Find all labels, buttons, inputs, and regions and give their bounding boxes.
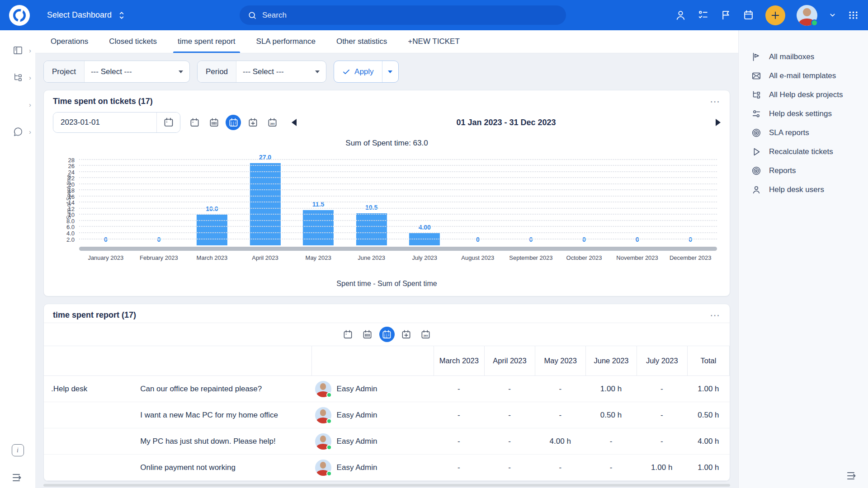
tab-new-ticket[interactable]: +NEW TICKET bbox=[407, 30, 460, 53]
date-input[interactable] bbox=[53, 113, 156, 132]
create-new-button[interactable] bbox=[765, 5, 785, 25]
col-may[interactable]: May 2023 bbox=[535, 346, 585, 375]
sidebar-item-tree[interactable]: › bbox=[0, 64, 35, 91]
calendar-day-icon[interactable] bbox=[340, 327, 356, 342]
sidebar-item-all-mailboxes[interactable]: All mailboxes bbox=[739, 47, 868, 66]
subject-cell[interactable]: Can our office be repainted please? bbox=[133, 385, 311, 394]
reports-target-icon bbox=[751, 166, 761, 176]
apply-options-button[interactable] bbox=[382, 61, 398, 82]
x-axis-label: January 2023 bbox=[79, 254, 132, 261]
tab-time-spent-report[interactable]: time spent report bbox=[177, 30, 236, 53]
avatar bbox=[315, 433, 331, 450]
calendar-month-icon[interactable] bbox=[379, 327, 395, 342]
sidebar-item-help-desk-settings[interactable]: Help desk settings bbox=[739, 104, 868, 123]
value-cell: - bbox=[434, 411, 484, 420]
calendar-week-icon[interactable] bbox=[206, 115, 222, 130]
subject-cell[interactable]: I want a new Mac PC for my home office bbox=[133, 411, 311, 420]
value-cell: - bbox=[484, 437, 535, 446]
table-row[interactable]: I want a new Mac PC for my home office E… bbox=[44, 402, 730, 428]
calendar-year-icon[interactable]: 365 bbox=[418, 327, 434, 342]
col-june[interactable]: June 2023 bbox=[585, 346, 636, 375]
info-icon[interactable]: i bbox=[12, 444, 24, 456]
flag-icon[interactable] bbox=[720, 9, 731, 21]
period-scale-buttons: 365 bbox=[44, 323, 730, 346]
chart-yticks: 282624222018161412108.06.04.02.0 bbox=[61, 155, 76, 245]
gridline bbox=[79, 165, 717, 166]
tab-sla-performance[interactable]: SLA performance bbox=[255, 30, 316, 53]
search-input[interactable] bbox=[261, 10, 558, 20]
caret-down-icon bbox=[315, 70, 320, 73]
assignee-cell[interactable]: Easy Admin bbox=[311, 381, 434, 397]
subject-cell[interactable]: My PC has just shut down. Please help! bbox=[133, 437, 311, 446]
value-cell: 4.00 h bbox=[535, 437, 585, 446]
expand-panel-icon[interactable] bbox=[846, 471, 858, 481]
sidebar-item-all-email-templates[interactable]: All e-mail templates bbox=[739, 66, 868, 85]
calendar-quarter-icon[interactable] bbox=[245, 115, 260, 130]
gridline bbox=[79, 239, 717, 239]
horizontal-scrollbar[interactable] bbox=[43, 484, 730, 487]
panel-menu-button[interactable]: ⋯ bbox=[710, 99, 721, 104]
tab-other-statistics[interactable]: Other statistics bbox=[335, 30, 388, 53]
col-july[interactable]: July 2023 bbox=[637, 346, 687, 375]
tab-closed-tickets[interactable]: Closed tickets bbox=[108, 30, 158, 53]
chevron-down-icon[interactable] bbox=[829, 11, 836, 19]
panel-menu-button[interactable]: ⋯ bbox=[710, 313, 721, 318]
sidebar-item-collapsed[interactable]: › bbox=[0, 91, 35, 118]
calendar-month-icon[interactable] bbox=[226, 115, 241, 130]
assignee-cell[interactable]: Easy Admin bbox=[311, 460, 434, 476]
expand-panel-icon[interactable] bbox=[12, 473, 24, 483]
avatar[interactable] bbox=[797, 5, 817, 26]
assignee-cell[interactable]: Easy Admin bbox=[311, 433, 434, 450]
date-picker-button[interactable] bbox=[156, 113, 180, 132]
apply-button[interactable]: Apply bbox=[334, 61, 382, 82]
bar-value-label: 0 bbox=[611, 236, 664, 243]
period-select-label: Period bbox=[198, 61, 236, 82]
calendar-year-icon[interactable]: 365 bbox=[264, 115, 280, 130]
sidebar-item-recalculate-tickets[interactable]: Recalculate tickets bbox=[739, 142, 868, 161]
assignee-cell[interactable]: Easy Admin bbox=[311, 407, 434, 423]
bar[interactable] bbox=[197, 215, 227, 245]
col-total[interactable]: Total bbox=[687, 346, 730, 375]
x-axis-label: August 2023 bbox=[451, 254, 505, 261]
project-cell[interactable]: .Help desk bbox=[44, 385, 133, 394]
filter-row: Project --- Select --- Period --- Select… bbox=[43, 61, 730, 83]
total-cell: 1.00 h bbox=[687, 385, 730, 394]
previous-period-button[interactable] bbox=[292, 119, 297, 126]
user-icon[interactable] bbox=[675, 9, 686, 21]
project-select[interactable]: Project --- Select --- bbox=[43, 61, 190, 83]
search-bar[interactable] bbox=[240, 5, 566, 25]
sidebar-item-reports[interactable]: Reports bbox=[739, 161, 868, 180]
calendar-week-icon[interactable] bbox=[360, 327, 375, 342]
col-april[interactable]: April 2023 bbox=[484, 346, 535, 375]
table-row[interactable]: My PC has just shut down. Please help! E… bbox=[44, 428, 730, 455]
sidebar-item-help-desk-users[interactable]: Help desk users bbox=[739, 180, 868, 199]
sidebar-item-modules[interactable]: › bbox=[0, 37, 35, 64]
sidebar-item-all-help-desk-projects[interactable]: All Help desk projects bbox=[739, 85, 868, 104]
bar[interactable] bbox=[303, 210, 334, 245]
next-period-button[interactable] bbox=[716, 119, 721, 126]
calendar-quarter-icon[interactable] bbox=[399, 327, 414, 342]
dashboard-selector[interactable]: Select Dashboard bbox=[47, 10, 126, 20]
col-assignee bbox=[311, 346, 434, 375]
apply-split-button: Apply bbox=[334, 61, 399, 83]
chat-icon bbox=[13, 127, 23, 137]
sidebar-item-chat[interactable]: › bbox=[0, 118, 35, 145]
col-march[interactable]: March 2023 bbox=[434, 346, 484, 375]
apps-grid-icon[interactable] bbox=[848, 9, 859, 21]
calendar-icon[interactable] bbox=[743, 9, 754, 21]
calendar-day-icon[interactable] bbox=[187, 115, 202, 130]
tab-bar: Operations Closed tickets time spent rep… bbox=[35, 30, 738, 53]
bar[interactable] bbox=[356, 213, 387, 245]
tab-operations[interactable]: Operations bbox=[50, 30, 89, 53]
chevron-right-icon: › bbox=[29, 47, 31, 54]
x-axis-label: April 2023 bbox=[239, 254, 292, 261]
table-row[interactable]: .Help desk Can our office be repainted p… bbox=[44, 376, 730, 402]
value-cell: - bbox=[637, 385, 687, 394]
table-header-row: March 2023 April 2023 May 2023 June 2023… bbox=[44, 346, 730, 376]
subject-cell[interactable]: Online payment not working bbox=[133, 463, 311, 472]
tasks-icon[interactable] bbox=[698, 9, 709, 21]
app-logo[interactable] bbox=[9, 5, 30, 26]
sidebar-item-sla-reports[interactable]: SLA reports bbox=[739, 123, 868, 142]
table-row[interactable]: Online payment not working Easy Admin - … bbox=[44, 455, 730, 481]
period-select[interactable]: Period --- Select --- bbox=[197, 61, 326, 83]
